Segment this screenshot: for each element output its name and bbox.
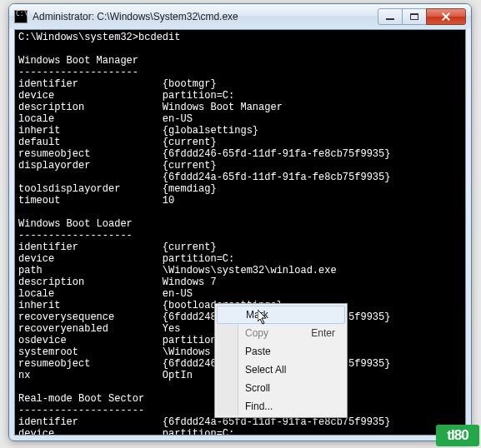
context-menu: MarkCopyEnterPasteSelect AllScrollFind..…	[214, 303, 348, 418]
menu-item-select-all[interactable]: Select All	[217, 361, 345, 379]
menu-item-label: Select All	[245, 364, 286, 376]
menu-item-label: Scroll	[245, 382, 270, 394]
menu-item-paste[interactable]: Paste	[217, 342, 345, 361]
cmd-icon: C:\\	[14, 10, 28, 23]
menu-item-scroll[interactable]: Scroll	[217, 379, 345, 397]
menu-item-copy: CopyEnter	[217, 324, 345, 342]
menu-item-label: Copy	[245, 327, 268, 339]
menu-item-shortcut: Enter	[311, 324, 335, 342]
minimize-button[interactable]	[378, 8, 403, 25]
close-button[interactable]	[426, 8, 466, 25]
menu-item-find[interactable]: Find...	[217, 397, 345, 416]
menu-item-label: Mark	[246, 309, 268, 321]
menu-item-mark[interactable]: Mark	[217, 306, 345, 324]
cmd-window: C:\\ Administrator: C:\Windows\System32\…	[8, 3, 472, 441]
maximize-button[interactable]	[402, 8, 427, 25]
menu-item-label: Paste	[245, 346, 271, 357]
titlebar[interactable]: C:\\ Administrator: C:\Windows\System32\…	[9, 4, 471, 29]
window-title: Administrator: C:\Windows\System32\cmd.e…	[33, 11, 378, 22]
minimize-icon	[386, 18, 394, 20]
maximize-icon	[410, 13, 418, 20]
watermark-badge: tl80	[436, 425, 479, 446]
close-icon	[441, 12, 451, 22]
menu-item-label: Find...	[245, 401, 273, 412]
window-controls	[378, 8, 466, 25]
